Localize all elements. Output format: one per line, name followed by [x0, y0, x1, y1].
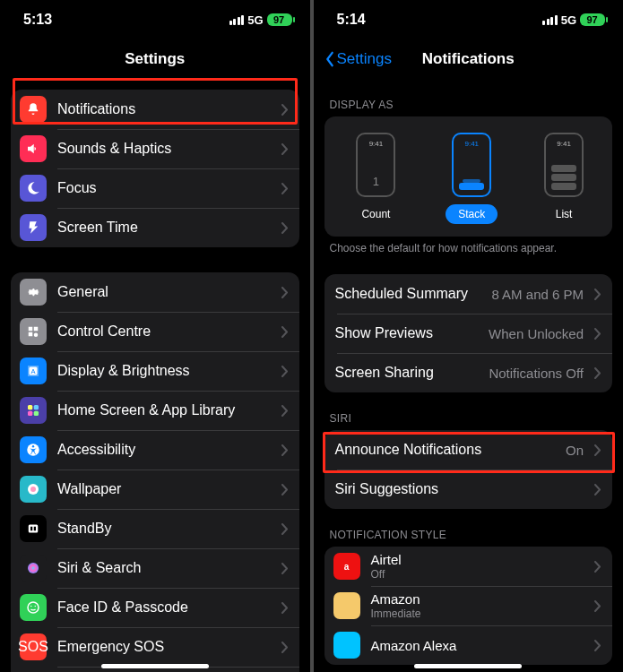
chevron-right-icon [281, 642, 289, 653]
svg-point-16 [35, 606, 37, 607]
svg-rect-2 [28, 405, 32, 409]
row-label: Home Screen & App Library [57, 402, 271, 418]
status-bar: 5:13 5G 97 [0, 0, 310, 39]
notifications-settings-group: Scheduled Summary8 AM and 6 PMShow Previ… [324, 274, 613, 392]
standby-icon [20, 515, 47, 542]
row-detail: Notifications Off [489, 366, 584, 381]
row-label: Screen Sharing [335, 365, 479, 381]
homescreen-icon [20, 397, 47, 424]
row-label: Amazon Alexa [371, 638, 584, 653]
svg-text:A: A [30, 367, 35, 375]
row-label: Wallpaper [57, 481, 271, 497]
row-detail: When Unlocked [489, 326, 584, 341]
row-label: Face ID & Passcode [57, 599, 271, 616]
display-mode-count[interactable]: 9:41 1 Count [352, 133, 399, 224]
settings-row-focus[interactable]: Focus [11, 168, 299, 208]
app-row-alexa[interactable]: Amazon Alexa [324, 625, 613, 665]
row-label: Show Previews [335, 325, 479, 341]
chevron-right-icon [594, 600, 601, 612]
mini-phone-count: 9:41 1 [356, 133, 395, 197]
app-icon-amazon [333, 592, 360, 619]
settings-row-notifications[interactable]: Notifications [11, 90, 299, 129]
page-title: Notifications [422, 50, 515, 68]
app-icon-airtel: a [333, 553, 360, 580]
settings-row-display[interactable]: ADisplay & Brightness [11, 351, 299, 391]
nav-back-button[interactable]: Settings [324, 50, 392, 68]
faceid-icon [20, 594, 47, 621]
screentime-icon [20, 214, 47, 241]
notifications-icon [20, 96, 47, 123]
row-label: Notifications [57, 101, 271, 117]
settings-row-wallpaper[interactable]: Wallpaper [11, 470, 299, 509]
svg-point-14 [28, 602, 39, 613]
settings-group-2: GeneralControl CentreADisplay & Brightne… [11, 272, 299, 672]
chevron-right-icon [594, 289, 601, 300]
wallpaper-icon [20, 476, 47, 503]
row-label: Announce Notifications [335, 442, 555, 458]
settings-row-sos[interactable]: SOSEmergency SOS [11, 627, 299, 667]
sounds-icon [20, 135, 47, 162]
chevron-right-icon [281, 484, 289, 495]
row-label: StandBy [57, 521, 271, 537]
app-row-airtel[interactable]: aAirtelOff [324, 547, 613, 586]
svg-rect-3 [34, 405, 39, 409]
mode-label: Count [352, 204, 399, 224]
phone-settings: 5:13 5G 97 Settings NotificationsSounds … [0, 0, 310, 672]
row-announce[interactable]: Announce NotificationsOn [324, 430, 613, 470]
settings-row-general[interactable]: General [11, 272, 299, 312]
general-icon [20, 279, 47, 306]
app-row-amazon[interactable]: AmazonImmediate [324, 586, 613, 625]
home-indicator[interactable] [414, 664, 522, 668]
svg-rect-12 [34, 527, 36, 531]
svg-rect-5 [34, 411, 39, 416]
row-sharing[interactable]: Screen SharingNotifications Off [324, 353, 613, 392]
settings-row-faceid[interactable]: Face ID & Passcode [11, 588, 299, 627]
notification-style-group: aAirtelOffAmazonImmediateAmazon Alexa [324, 547, 613, 665]
notifications-scroll[interactable]: DISPLAY AS 9:41 1 Count 9:41 Stack [314, 79, 624, 672]
row-previews[interactable]: Show PreviewsWhen Unlocked [324, 314, 613, 353]
display-mode-list[interactable]: 9:41 List [544, 133, 584, 224]
row-suggestions[interactable]: Siri Suggestions [324, 470, 613, 509]
chevron-right-icon [594, 484, 601, 495]
chevron-right-icon [281, 326, 289, 338]
svg-rect-4 [28, 411, 32, 416]
phone-notifications: 5:14 5G 97 Settings Notifications DISPLA… [314, 0, 624, 672]
sos-icon: SOS [20, 633, 47, 660]
status-network: 5G [561, 13, 576, 27]
row-label: Scheduled Summary [335, 286, 481, 302]
home-indicator[interactable] [101, 664, 209, 668]
nav-bar: Settings [0, 39, 310, 79]
chevron-left-icon [324, 51, 335, 67]
chevron-right-icon [281, 523, 289, 535]
status-bar: 5:14 5G 97 [314, 0, 624, 39]
settings-row-screentime[interactable]: Screen Time [11, 208, 299, 247]
focus-icon [20, 175, 47, 202]
settings-row-accessibility[interactable]: Accessibility [11, 430, 299, 470]
siri-group: Announce NotificationsOnSiri Suggestions [324, 430, 613, 509]
settings-row-controlcentre[interactable]: Control Centre [11, 312, 299, 351]
settings-group-1: NotificationsSounds & HapticsFocusScreen… [11, 90, 299, 247]
row-detail: 8 AM and 6 PM [491, 287, 584, 302]
display-mode-stack[interactable]: 9:41 Stack [446, 133, 498, 224]
signal-icon [542, 15, 558, 25]
chevron-right-icon [281, 222, 289, 234]
row-label: Display & Brightness [57, 363, 271, 379]
svg-point-13 [28, 563, 39, 573]
status-network: 5G [247, 13, 263, 27]
battery-icon: 97 [267, 13, 292, 26]
settings-row-siri[interactable]: Siri & Search [11, 548, 299, 588]
settings-row-sounds[interactable]: Sounds & Haptics [11, 129, 299, 168]
row-label: Control Centre [57, 323, 271, 340]
page-title: Settings [125, 50, 185, 68]
display-icon: A [20, 358, 47, 384]
settings-row-homescreen[interactable]: Home Screen & App Library [11, 391, 299, 430]
accessibility-icon [20, 436, 47, 463]
row-subtitle: Immediate [371, 607, 584, 620]
row-scheduled[interactable]: Scheduled Summary8 AM and 6 PM [324, 274, 613, 314]
settings-row-standby[interactable]: StandBy [11, 509, 299, 548]
chevron-right-icon [281, 104, 289, 116]
row-label: Amazon [371, 591, 584, 607]
row-subtitle: Off [371, 568, 584, 581]
row-label: Airtel [371, 552, 584, 567]
settings-scroll[interactable]: NotificationsSounds & HapticsFocusScreen… [0, 79, 310, 672]
